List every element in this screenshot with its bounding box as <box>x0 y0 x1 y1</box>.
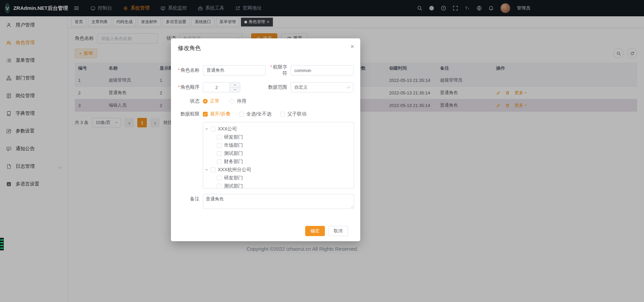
form-row: *角色顺序 数据范围 自定义 <box>171 82 354 92</box>
cancel-button[interactable]: 取消 <box>328 226 348 236</box>
form-row: 备注 普通角色 <box>171 194 354 209</box>
perf-bar <box>0 242 3 243</box>
tree-node-label: XXX杭州分公司 <box>218 167 251 173</box>
data-scope-label: 数据范围 <box>240 84 291 90</box>
remark-textarea[interactable]: 普通角色 <box>203 194 354 209</box>
tree-node-label: 研发部门 <box>224 134 243 140</box>
chevron-down-icon <box>233 88 236 90</box>
tree-node-child[interactable]: 市场部门 <box>203 141 354 149</box>
perf-stats-widget[interactable] <box>0 238 4 250</box>
tree-node-child[interactable]: 研发部门 <box>203 133 354 141</box>
perf-bar <box>0 245 3 246</box>
confirm-button[interactable]: 确定 <box>305 226 325 236</box>
tree-node-label: 研发部门 <box>224 175 243 181</box>
cancel-button-label: 取消 <box>334 228 343 234</box>
checkbox-label: 全选/全不选 <box>246 111 272 117</box>
role-order-input[interactable] <box>203 83 230 92</box>
perf-bar <box>0 239 3 241</box>
role-order-stepper[interactable] <box>203 82 240 92</box>
tree-node-checkbox[interactable] <box>217 135 222 140</box>
tree-node-child[interactable]: 研发部门 <box>203 174 354 182</box>
dialog-body: *角色名称 *权限字符 *角色顺序 数据范围 自定义 <box>171 52 360 236</box>
radio-label: 正常 <box>210 98 220 104</box>
close-icon[interactable]: × <box>350 43 354 50</box>
tree-node-root[interactable]: XXX杭州分公司 <box>203 166 354 174</box>
parent-child-link-checkbox[interactable]: 父子联动 <box>280 111 307 117</box>
checkbox-icon <box>280 112 285 117</box>
perm-char-input[interactable] <box>291 65 353 75</box>
radio-label: 停用 <box>237 98 246 104</box>
form-row: 状态 正常 停用 <box>171 98 354 104</box>
dialog-header: 修改角色 × <box>171 38 360 52</box>
select-all-checkbox[interactable]: 全选/全不选 <box>239 111 272 117</box>
app-screen: V ZRAdmin.NET后台管理 控制台 系统管理 系统监控 系统工具 <box>0 0 644 302</box>
perm-char-label: *权限字符 <box>266 64 291 76</box>
required-asterisk: * <box>178 84 180 90</box>
checkbox-icon <box>239 112 244 117</box>
tree-node-child[interactable]: 财务部门 <box>203 158 354 166</box>
required-asterisk: * <box>271 64 272 70</box>
role-order-label: *角色顺序 <box>171 84 203 90</box>
status-label: 状态 <box>171 98 203 104</box>
dialog-footer: 确定 取消 <box>171 226 354 236</box>
expand-collapse-checkbox[interactable]: 展开/折叠 <box>203 111 230 117</box>
radio-icon <box>230 99 234 104</box>
tree-node-label: 测试部门 <box>224 150 243 157</box>
tree-node-checkbox[interactable] <box>217 151 222 156</box>
decrease-button[interactable] <box>230 88 240 92</box>
data-scope-select[interactable]: 自定义 <box>291 82 353 92</box>
form-row: 数据权限 展开/折叠 全选/全不选 父子联动 <box>171 111 354 117</box>
tree-node-checkbox[interactable] <box>217 184 222 189</box>
remark-label: 备注 <box>171 194 203 202</box>
tree-node-child[interactable]: 测试部门 <box>203 149 354 158</box>
dialog-title: 修改角色 <box>178 44 353 52</box>
tree-node-checkbox[interactable] <box>217 176 222 180</box>
dept-permission-tree: XXX公司 研发部门 市场部门 测试部门 财务部门 <box>203 122 354 189</box>
radio-checked-icon <box>203 99 208 104</box>
tree-node-child[interactable]: 测试部门 <box>203 182 354 189</box>
chevron-up-icon <box>233 84 236 87</box>
status-normal-radio[interactable]: 正常 <box>203 98 220 104</box>
form-row: *角色名称 *权限字符 <box>171 64 354 76</box>
tree-node-checkbox[interactable] <box>217 159 222 164</box>
required-asterisk: * <box>178 67 180 73</box>
remark-field: 普通角色 <box>203 194 354 209</box>
chevron-down-icon <box>347 85 350 88</box>
tree-node-checkbox[interactable] <box>211 167 215 172</box>
caret-down-icon[interactable] <box>205 128 208 130</box>
status-disabled-radio[interactable]: 停用 <box>230 98 246 104</box>
tree-node-root[interactable]: XXX公司 <box>203 125 354 133</box>
role-name-input[interactable] <box>203 65 266 75</box>
tree-node-checkbox[interactable] <box>217 143 222 148</box>
data-perm-label: 数据权限 <box>171 111 203 117</box>
tree-node-label: 市场部门 <box>224 142 243 148</box>
status-radio-group: 正常 停用 <box>203 98 246 104</box>
caret-down-icon[interactable] <box>205 169 208 171</box>
role-name-label: *角色名称 <box>171 67 203 73</box>
tree-node-label: 测试部门 <box>224 183 243 189</box>
perf-bar <box>0 248 3 249</box>
stepper-controls <box>229 83 240 92</box>
checkbox-label: 父子联动 <box>288 111 307 117</box>
checkbox-checked-icon <box>203 112 208 117</box>
data-scope-value: 自定义 <box>294 84 308 90</box>
confirm-button-label: 确定 <box>311 228 319 234</box>
tree-node-checkbox[interactable] <box>211 127 215 131</box>
tree-node-label: XXX公司 <box>218 126 237 132</box>
tree-node-label: 财务部门 <box>224 159 243 165</box>
increase-button[interactable] <box>230 83 240 88</box>
checkbox-label: 展开/折叠 <box>210 111 230 117</box>
edit-role-dialog: 修改角色 × *角色名称 *权限字符 *角色顺序 数据范围 <box>171 38 360 241</box>
tree-option-checkboxes: 展开/折叠 全选/全不选 父子联动 <box>203 111 307 117</box>
